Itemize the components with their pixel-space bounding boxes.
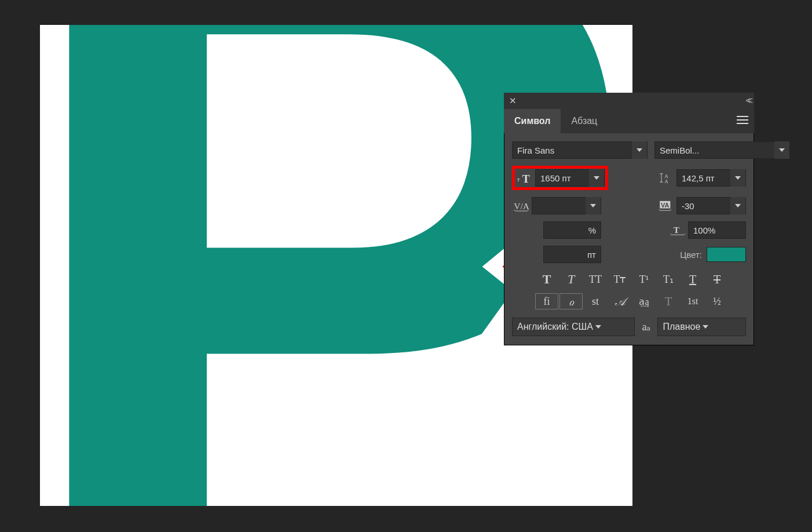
flyout-menu-icon[interactable] bbox=[737, 116, 748, 126]
subscript-button[interactable]: T₁ bbox=[657, 271, 680, 287]
svg-text:A: A bbox=[664, 178, 668, 184]
tracking-input[interactable] bbox=[677, 198, 730, 214]
opentype-row: fi ℴ st 𝒜 a͢a T 1st ½ bbox=[512, 293, 746, 309]
strikethrough-button[interactable]: T bbox=[705, 271, 729, 287]
underline-button[interactable]: T bbox=[681, 271, 704, 287]
font-size-icon: тT bbox=[515, 172, 535, 184]
font-style-dropdown-icon[interactable] bbox=[774, 141, 789, 159]
contextual-alt-button[interactable]: ℴ bbox=[559, 293, 583, 309]
ordinals-button[interactable]: 1st bbox=[681, 293, 704, 309]
tracking-icon: VA bbox=[657, 200, 676, 212]
smallcaps-button[interactable]: Tᴛ bbox=[608, 271, 631, 287]
antialias-dropdown-icon[interactable] bbox=[700, 318, 711, 336]
font-family-input[interactable] bbox=[513, 142, 632, 158]
svg-text:V/A: V/A bbox=[514, 201, 529, 211]
discretionary-lig-button[interactable]: st bbox=[584, 293, 607, 309]
language-select[interactable]: Английский: США bbox=[512, 318, 635, 336]
leading-dropdown-icon[interactable] bbox=[730, 169, 745, 187]
faux-bold-button[interactable]: T bbox=[535, 271, 558, 287]
font-family-dropdown-icon[interactable] bbox=[632, 141, 647, 159]
svg-text:т: т bbox=[517, 176, 520, 183]
tab-character[interactable]: Символ bbox=[504, 109, 561, 133]
horizontal-scale-input[interactable] bbox=[689, 222, 745, 238]
antialias-value: Плавное bbox=[663, 322, 700, 332]
leading-input[interactable] bbox=[677, 170, 730, 186]
tab-bar: Символ Абзац bbox=[504, 109, 754, 133]
leading-icon: AA bbox=[657, 172, 676, 184]
language-value: Английский: США bbox=[517, 322, 593, 332]
tab-paragraph[interactable]: Абзац bbox=[561, 109, 608, 133]
kerning-dropdown-icon[interactable] bbox=[586, 197, 601, 214]
swash-button[interactable]: 𝒜 bbox=[608, 293, 631, 309]
titling-alt-button[interactable]: T bbox=[657, 293, 680, 309]
horizontal-scale-icon: T bbox=[668, 224, 688, 236]
baseline-shift-input[interactable] bbox=[544, 246, 601, 263]
kerning-input[interactable] bbox=[532, 198, 586, 214]
color-swatch[interactable] bbox=[707, 247, 746, 262]
stylistic-alt-button[interactable]: a͢a bbox=[632, 293, 656, 309]
faux-italic-button[interactable]: T bbox=[559, 271, 583, 287]
antialias-icon: aₐ bbox=[642, 320, 650, 333]
close-icon[interactable]: ✕ bbox=[509, 97, 517, 105]
kerning-icon: V/A bbox=[512, 200, 532, 212]
allcaps-button[interactable]: TT bbox=[584, 271, 607, 287]
font-size-input[interactable] bbox=[536, 170, 589, 186]
vertical-scale-input[interactable] bbox=[544, 222, 601, 238]
font-style-input[interactable] bbox=[655, 142, 774, 158]
language-dropdown-icon[interactable] bbox=[593, 318, 603, 336]
panel-titlebar: ✕ << bbox=[504, 93, 754, 109]
font-size-dropdown-icon[interactable] bbox=[589, 169, 604, 187]
fractions-button[interactable]: ½ bbox=[705, 293, 729, 309]
color-label: Цвет: bbox=[680, 250, 702, 260]
tracking-dropdown-icon[interactable] bbox=[730, 197, 745, 214]
svg-text:T: T bbox=[522, 173, 530, 184]
svg-text:VA: VA bbox=[661, 202, 669, 209]
superscript-button[interactable]: T¹ bbox=[632, 271, 656, 287]
svg-text:T: T bbox=[674, 225, 680, 235]
collapse-icon[interactable]: << bbox=[745, 96, 749, 106]
ligatures-button[interactable]: fi bbox=[535, 293, 558, 309]
character-panel: ✕ << Символ Абзац тT bbox=[504, 93, 754, 345]
antialias-select[interactable]: Плавное bbox=[657, 318, 746, 336]
type-style-row: T T TT Tᴛ T¹ T₁ T T bbox=[512, 271, 746, 287]
